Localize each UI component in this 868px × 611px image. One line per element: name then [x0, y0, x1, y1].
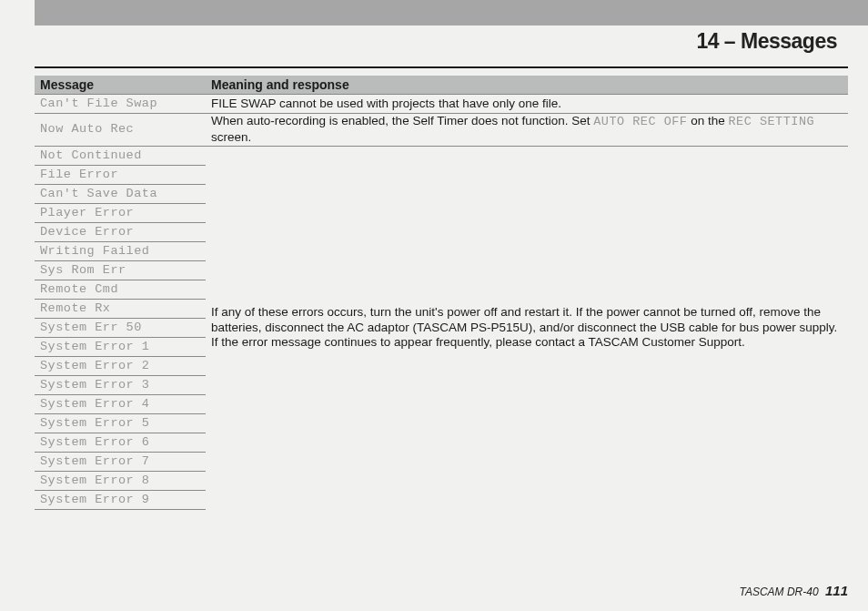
msg-now-auto-rec: Now Auto Rec: [40, 122, 134, 136]
msg-error: System Error 9: [40, 493, 149, 506]
meaning-text: When auto-recording is enabled, the Self…: [206, 114, 848, 147]
msg-cant-file-swap: Can't File Swap: [40, 97, 157, 110]
table-row: Not Continued If any of these errors occ…: [35, 146, 848, 165]
title-rule: [35, 66, 848, 68]
meaning-text: FILE SWAP cannot be used with projects t…: [206, 95, 848, 114]
msg-error: System Error 1: [40, 340, 149, 353]
msg-error: System Error 4: [40, 397, 149, 411]
msg-error: Writing Failed: [40, 244, 149, 258]
msg-error: Device Error: [40, 225, 134, 239]
msg-error: System Error 3: [40, 378, 149, 392]
msg-error: Not Continued: [40, 148, 142, 162]
msg-error: System Error 5: [40, 416, 149, 430]
msg-error: Remote Cmd: [40, 282, 118, 296]
header-bar: [35, 0, 868, 25]
msg-error: System Error 8: [40, 474, 149, 487]
msg-error: System Err 50: [40, 321, 142, 334]
table-row: Can't File Swap FILE SWAP cannot be used…: [35, 95, 848, 114]
msg-error: Remote Rx: [40, 301, 110, 315]
col-message: Message: [35, 76, 206, 95]
page-footer: TASCAM DR-40 111: [740, 583, 849, 598]
msg-error: Player Error: [40, 206, 134, 219]
product-name: TASCAM DR-40: [740, 586, 819, 598]
msg-error: Sys Rom Err: [40, 263, 126, 277]
msg-error: System Error 6: [40, 435, 149, 449]
col-meaning: Meaning and response: [206, 76, 848, 95]
msg-error: System Error 2: [40, 359, 149, 372]
msg-error: Can't Save Data: [40, 187, 157, 200]
meaning-text: If any of these errors occurs, turn the …: [206, 146, 848, 509]
msg-error: File Error: [40, 168, 118, 181]
table-row: Now Auto Rec When auto-recording is enab…: [35, 114, 848, 147]
msg-error: System Error 7: [40, 454, 149, 468]
page-number: 111: [825, 583, 848, 598]
chapter-title: 14 – Messages: [696, 29, 837, 54]
messages-table: Message Meaning and response Can't File …: [35, 76, 848, 510]
